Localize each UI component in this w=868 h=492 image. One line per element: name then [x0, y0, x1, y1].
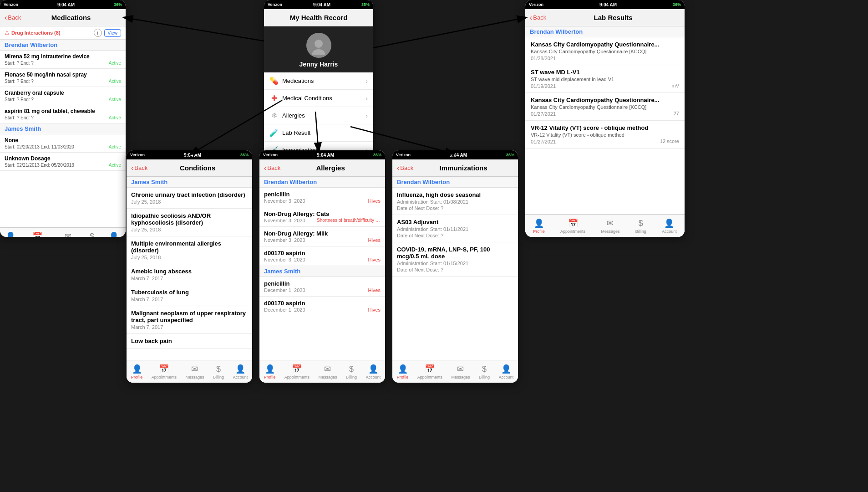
- status-bar-6: Verizon 9:04 AM 36%: [525, 0, 685, 9]
- med-none[interactable]: None Start: 02/20/2013 End: 11/03/2020 A…: [0, 134, 126, 153]
- chevron-right-icon-allergies: ›: [365, 112, 368, 119]
- tab-account-3[interactable]: 👤 Account: [233, 364, 248, 379]
- battery-4: 36%: [373, 153, 381, 157]
- immun-as03[interactable]: AS03 Adjuvant Administration Start: 01/1…: [392, 215, 518, 242]
- tab-appointments-5[interactable]: 📅 Appointments: [417, 364, 442, 379]
- profile-icon-4: 👤: [265, 364, 275, 374]
- lab-date-kccq-1: 01/28/2021: [531, 56, 556, 61]
- condition-scoliosis[interactable]: Idiopathic scoliosis AND/OR kyphoscolios…: [127, 209, 252, 236]
- chevron-icon-5: ‹: [397, 164, 399, 172]
- drug-warning-buttons: i View: [94, 29, 122, 37]
- allergy-cats[interactable]: Non-Drug Allergy: Cats November 3, 2020 …: [259, 207, 385, 227]
- allergy-penicillin-j[interactable]: penicillin December 1, 2020 Hives: [259, 277, 385, 297]
- tab-appointments-3[interactable]: 📅 Appointments: [152, 364, 177, 379]
- tab-appointments-6[interactable]: 📅 Appointments: [560, 218, 585, 234]
- section-brendan-6: Brendan Wilberton: [525, 26, 685, 37]
- tab-messages-label-4: Messages: [318, 375, 337, 379]
- battery-1: 36%: [114, 2, 122, 7]
- tab-messages-4[interactable]: ✉ Messages: [318, 364, 337, 379]
- section-james-3: James Smith: [127, 177, 252, 188]
- lab-stwave[interactable]: ST wave MD L-V1 ST wave mid displacement…: [525, 65, 685, 93]
- lab-kccq-1[interactable]: Kansas City Cardiomyopathy Questionnaire…: [525, 37, 685, 65]
- tab-account-1[interactable]: 👤 Account: [107, 231, 122, 237]
- profile-icon-5: 👤: [398, 364, 408, 374]
- tab-billing-6[interactable]: $ Billing: [635, 219, 646, 234]
- lab-vr12[interactable]: VR-12 Vitality (VT) score - oblique meth…: [525, 121, 685, 149]
- allergy-name-milk: Non-Drug Allergy: Milk: [264, 230, 381, 237]
- account-icon-4: 👤: [368, 364, 378, 374]
- lab-kccq-2[interactable]: Kansas City Cardiomyopathy Questionnaire…: [525, 93, 685, 121]
- section-brendan-4: Brendan Wilberton: [259, 177, 385, 188]
- allergy-penicillin-b[interactable]: penicillin November 3, 2020 Hives: [259, 188, 385, 207]
- back-button-3[interactable]: ‹ Back: [131, 164, 147, 172]
- tab-messages-5[interactable]: ✉ Messages: [451, 364, 470, 379]
- view-button[interactable]: View: [104, 29, 122, 37]
- condition-date-uti: July 25, 2018: [131, 199, 248, 205]
- tab-profile-6[interactable]: 👤 Profile: [533, 218, 545, 234]
- messages-icon-4: ✉: [324, 364, 331, 374]
- condition-allergies-disorder[interactable]: Multiple environmental allergies (disord…: [127, 236, 252, 264]
- tab-billing-label-6: Billing: [635, 229, 646, 234]
- med-mirena[interactable]: Mirena 52 mg intrauterine device Start: …: [0, 51, 126, 69]
- tab-messages-1[interactable]: ✉ Messages: [59, 231, 77, 237]
- tab-account-6[interactable]: 👤 Account: [662, 218, 677, 234]
- condition-back-pain[interactable]: Low back pain: [127, 334, 252, 348]
- chevron-icon-1: ‹: [5, 14, 7, 22]
- menu-medications[interactable]: 💊 Medications ›: [264, 72, 373, 90]
- time-5: 9:04 AM: [450, 153, 467, 158]
- tab-profile-3[interactable]: 👤 Profile: [131, 364, 143, 379]
- tab-billing-3[interactable]: $ Billing: [213, 364, 224, 379]
- tab-appointments-1[interactable]: 📅 Appointments: [25, 231, 50, 237]
- tab-bar-5: 👤 Profile 📅 Appointments ✉ Messages $ Bi…: [392, 360, 518, 383]
- tab-account-5[interactable]: 👤 Account: [499, 364, 514, 379]
- appointments-icon-6: 📅: [568, 218, 578, 228]
- lab-value-stwave: mV: [672, 83, 680, 88]
- tab-messages-6[interactable]: ✉ Messages: [601, 218, 619, 234]
- tab-billing-1[interactable]: $ Billing: [86, 232, 97, 237]
- allergy-aspirin-b[interactable]: d00170 aspirin November 3, 2020 Hives: [259, 246, 385, 266]
- info-button[interactable]: i: [94, 29, 102, 37]
- account-icon-1: 👤: [109, 231, 119, 237]
- time-1: 9:04 AM: [57, 2, 75, 7]
- tab-account-4[interactable]: 👤 Account: [366, 364, 381, 379]
- profile-section: Jenny Harris: [264, 26, 373, 72]
- allergies-label: Allergies: [282, 112, 365, 119]
- med-aspirin[interactable]: aspirin 81 mg oral tablet, chewable Star…: [0, 105, 126, 123]
- tab-profile-4[interactable]: 👤 Profile: [264, 364, 276, 379]
- time-6: 9:04 AM: [599, 2, 617, 7]
- condition-tuberculosis[interactable]: Tuberculosis of lung March 7, 2017: [127, 285, 252, 306]
- back-button-6[interactable]: ‹ Back: [530, 14, 546, 22]
- allergy-aspirin-j[interactable]: d00170 aspirin December 1, 2020 Hives: [259, 297, 385, 316]
- back-button-1[interactable]: ‹ Back: [5, 14, 21, 22]
- med-unknown[interactable]: Unknown Dosage Start: 02/21/2013 End: 05…: [0, 153, 126, 171]
- nav-title-4: Allergies: [280, 164, 381, 172]
- immun-covid[interactable]: COVID-19, mRNA, LNP-S, PF, 100 mcg/0.5 m…: [392, 242, 518, 277]
- section-james: James Smith: [0, 123, 126, 134]
- tab-messages-3[interactable]: ✉ Messages: [185, 364, 204, 379]
- medical-conditions-icon: ✚: [269, 94, 279, 102]
- tab-appointments-4[interactable]: 📅 Appointments: [284, 364, 310, 379]
- condition-lung-abscess[interactable]: Amebic lung abscess March 7, 2017: [127, 264, 252, 285]
- nav-title-1: Medications: [21, 14, 121, 21]
- appointments-icon-4: 📅: [292, 364, 302, 374]
- lab-name-stwave: ST wave MD L-V1: [531, 69, 679, 76]
- time-3: 9:04 AM: [184, 153, 201, 158]
- condition-malignant[interactable]: Malignant neoplasm of upper respiratory …: [127, 306, 252, 334]
- med-flonase[interactable]: Flonase 50 mcg/inh nasal spray Start: ? …: [0, 69, 126, 87]
- menu-medical-conditions[interactable]: ✚ Medical Conditions ›: [264, 90, 373, 107]
- tab-billing-5[interactable]: $ Billing: [479, 364, 490, 379]
- med-cranberry[interactable]: Cranberry oral capsule Start: ? End: ? A…: [0, 87, 126, 105]
- condition-uti[interactable]: Chronic urinary tract infection (disorde…: [127, 188, 252, 209]
- billing-icon-1: $: [90, 232, 94, 237]
- messages-icon-1: ✉: [65, 231, 71, 237]
- tab-billing-4[interactable]: $ Billing: [346, 364, 357, 379]
- back-button-5[interactable]: ‹ Back: [397, 164, 413, 172]
- allergy-name-aspirin-b: d00170 aspirin: [264, 250, 381, 256]
- allergy-milk[interactable]: Non-Drug Allergy: Milk November 3, 2020 …: [259, 227, 385, 246]
- immun-influenza[interactable]: Influenza, high dose seasonal Administra…: [392, 188, 518, 215]
- back-button-4[interactable]: ‹ Back: [264, 164, 280, 172]
- menu-lab-result[interactable]: 🧪 Lab Result: [264, 124, 373, 142]
- tab-profile-1[interactable]: 👤 Profile: [5, 231, 16, 237]
- tab-profile-5[interactable]: 👤 Profile: [397, 364, 409, 379]
- menu-allergies[interactable]: ❄ Allergies ›: [264, 107, 373, 124]
